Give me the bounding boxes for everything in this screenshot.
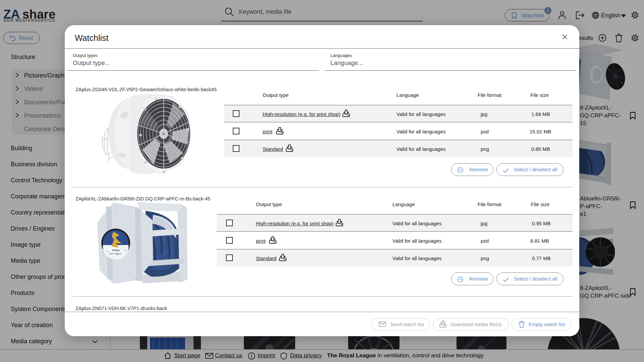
svg-text:ZIEHL-ABEGG: ZIEHL-ABEGG: [109, 253, 121, 255]
svg-text:ECblue: ECblue: [112, 249, 120, 251]
